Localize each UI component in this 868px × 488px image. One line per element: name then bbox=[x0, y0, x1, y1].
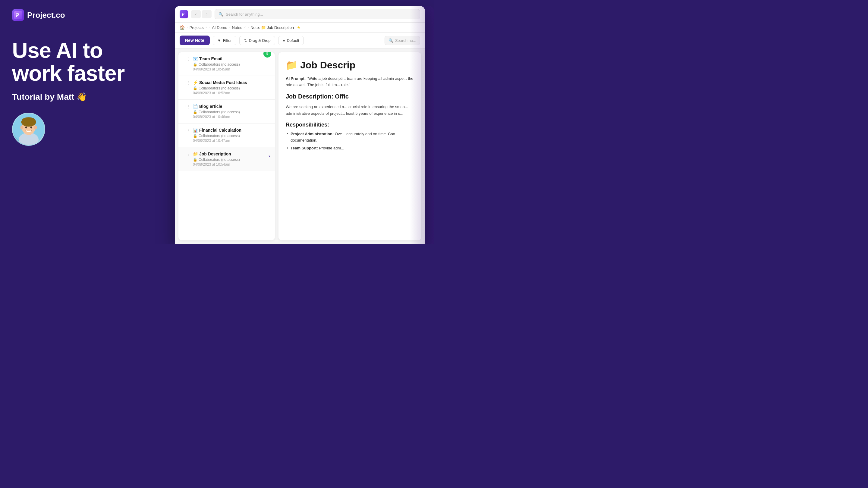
subtitle: Tutorial by Matt 👋 bbox=[12, 92, 160, 102]
note-body-text: We are seeking an experienced a... cruci… bbox=[286, 104, 414, 117]
toolbar-search-icon: 🔍 bbox=[389, 38, 393, 43]
new-note-button[interactable]: New Note bbox=[180, 36, 210, 45]
app-logo-small: P bbox=[180, 10, 188, 19]
chevron-right-icon: › bbox=[269, 153, 270, 159]
breadcrumb-ai-demo[interactable]: AI Demo bbox=[212, 25, 227, 30]
drag-drop-button[interactable]: ⇅ Drag & Drop bbox=[239, 36, 275, 45]
drag-handle: ⋮⋮ bbox=[183, 128, 190, 133]
search-placeholder: Search for anything... bbox=[226, 12, 263, 17]
main-headline: Use AI to work faster bbox=[12, 39, 160, 85]
svg-point-11 bbox=[30, 127, 32, 129]
note-title: 📁 Job Description bbox=[193, 152, 266, 156]
note-meta: 🔒 Collaborators (no access) bbox=[193, 158, 266, 162]
filter-button[interactable]: ▼ Filter bbox=[213, 36, 236, 45]
home-icon[interactable]: 🏠 bbox=[180, 25, 185, 30]
drag-handle: ⋮⋮ bbox=[183, 152, 190, 156]
breadcrumb-sep-3: › bbox=[229, 26, 230, 29]
svg-text:P: P bbox=[182, 12, 184, 17]
svg-point-8 bbox=[21, 126, 23, 130]
forward-button[interactable]: › bbox=[202, 10, 212, 19]
note-detail-panel: 📁 Job Descrip AI Prompt: "Write a job de… bbox=[278, 52, 421, 240]
note-title: 📄 Blog article bbox=[193, 104, 270, 109]
filter-icon: ▼ bbox=[217, 38, 221, 43]
fade-overlay bbox=[278, 210, 421, 240]
note-meta: 🔒 Collaborators (no access) bbox=[193, 86, 270, 90]
back-button[interactable]: ‹ bbox=[191, 10, 201, 19]
breadcrumb-sep-4: › bbox=[248, 26, 249, 29]
note-date: 04/08/2023 at 10:45am bbox=[193, 67, 270, 71]
app-window: P ‹ › 🔍 Search for anything... 🏠 › Proje… bbox=[175, 6, 425, 244]
search-bar[interactable]: 🔍 Search for anything... bbox=[215, 9, 420, 19]
ai-prompt-block: AI Prompt: "Write a job descripti... tea… bbox=[286, 76, 414, 88]
responsibilities-title: Responsibilities: bbox=[286, 122, 414, 128]
drag-handle: ⋮⋮ bbox=[183, 57, 190, 61]
notes-list-panel: 5 ⋮⋮ 📧 Team Email 🔒 Collaborators (no ac… bbox=[179, 52, 275, 240]
avatar-area bbox=[12, 113, 160, 146]
responsibility-item: Team Support: Provide adm... bbox=[286, 145, 414, 152]
star-icon: ★ bbox=[297, 25, 301, 30]
note-date: 04/08/2023 at 10:46am bbox=[193, 115, 270, 119]
note-item[interactable]: ⋮⋮ ⚡ Social Media Post Ideas 🔒 Collabora… bbox=[179, 76, 275, 100]
toolbar: New Note ▼ Filter ⇅ Drag & Drop ≡ Defaul… bbox=[175, 33, 425, 48]
note-item[interactable]: ⋮⋮ 📧 Team Email 🔒 Collaborators (no acce… bbox=[179, 52, 275, 76]
svg-point-10 bbox=[25, 127, 27, 129]
breadcrumb-projects[interactable]: Projects ✓ bbox=[190, 25, 207, 30]
note-title: 📊 Financial Calculation bbox=[193, 128, 270, 133]
responsibility-item: Project Administration: Ove... accuratel… bbox=[286, 131, 414, 144]
note-item[interactable]: ⋮⋮ 📊 Financial Calculation 🔒 Collaborato… bbox=[179, 124, 275, 147]
right-panel: P ‹ › 🔍 Search for anything... 🏠 › Proje… bbox=[172, 0, 434, 244]
breadcrumb-notes[interactable]: Notes ✓ bbox=[232, 25, 246, 30]
avatar bbox=[12, 113, 45, 146]
note-meta: 🔒 Collaborators (no access) bbox=[193, 134, 270, 138]
nav-arrows: ‹ › bbox=[191, 10, 212, 19]
breadcrumb-note[interactable]: Note: 📁 Job Description bbox=[250, 25, 294, 30]
note-detail-title: 📁 Job Descrip bbox=[286, 59, 414, 71]
sort-icon: ≡ bbox=[283, 38, 285, 43]
search-icon: 🔍 bbox=[218, 12, 223, 17]
logo-text: Project.co bbox=[27, 10, 65, 20]
svg-text:P: P bbox=[16, 12, 19, 19]
note-section-title: Job Description: Offic bbox=[286, 93, 414, 100]
note-date: 04/08/2023 at 10:54am bbox=[193, 162, 266, 167]
svg-point-9 bbox=[34, 126, 37, 130]
drag-icon: ⇅ bbox=[244, 38, 247, 43]
breadcrumb-sep-1: › bbox=[187, 26, 188, 29]
toolbar-search[interactable]: 🔍 Search no... bbox=[384, 36, 420, 45]
drag-handle: ⋮⋮ bbox=[183, 104, 190, 109]
breadcrumb-sep-2: › bbox=[209, 26, 210, 29]
svg-point-7 bbox=[22, 117, 35, 124]
note-item[interactable]: ⋮⋮ 📄 Blog article 🔒 Collaborators (no ac… bbox=[179, 100, 275, 124]
logo-icon: P bbox=[12, 9, 24, 21]
default-button[interactable]: ≡ Default bbox=[278, 36, 304, 45]
note-meta: 🔒 Collaborators (no access) bbox=[193, 110, 270, 114]
note-meta: 🔒 Collaborators (no access) bbox=[193, 62, 270, 67]
note-title: 📧 Team Email bbox=[193, 56, 270, 61]
top-bar: P ‹ › 🔍 Search for anything... bbox=[175, 6, 425, 23]
note-item-active[interactable]: ⋮⋮ 📁 Job Description 🔒 Collaborators (no… bbox=[179, 147, 275, 171]
note-date: 04/08/2023 at 10:47am bbox=[193, 138, 270, 143]
drag-handle: ⋮⋮ bbox=[183, 81, 190, 85]
main-content: 5 ⋮⋮ 📧 Team Email 🔒 Collaborators (no ac… bbox=[175, 48, 425, 244]
breadcrumb: 🏠 › Projects ✓ › AI Demo › Notes ✓ › Not… bbox=[175, 23, 425, 33]
left-panel: P Project.co Use AI to work faster Tutor… bbox=[0, 0, 172, 244]
note-date: 04/08/2023 at 10:52am bbox=[193, 91, 270, 95]
logo-area: P Project.co bbox=[12, 9, 160, 21]
note-title: ⚡ Social Media Post Ideas bbox=[193, 80, 270, 85]
